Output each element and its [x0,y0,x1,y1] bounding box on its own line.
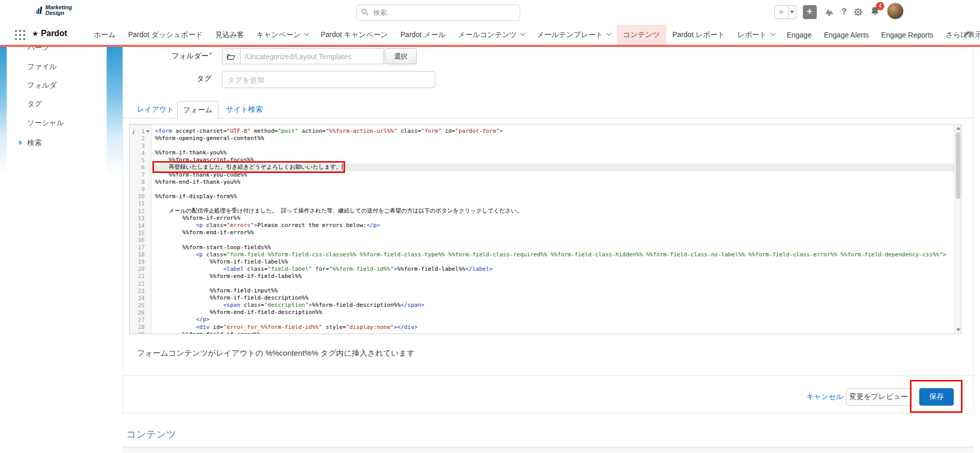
save-button[interactable]: 保存 [919,388,954,406]
nav-tab-engage-reports[interactable]: Engage Reports [875,25,939,45]
search-input[interactable] [356,5,520,21]
nav-tab-reports[interactable]: レポート [731,25,781,45]
code-line[interactable]: </p> [152,316,954,323]
sidebar-item-tags[interactable]: タグ [27,99,42,109]
code-line[interactable]: %%form-field-if-error%% [152,331,954,334]
editor-tabs: レイアウト フォーム サイト検索 [123,101,973,118]
notifications-control[interactable]: 4 [870,6,880,19]
gutter-line-number: 22 [130,280,151,287]
form-content-note: フォームコンテンツがレイアウトの %%content%% タグ内に挿入されていま… [137,349,415,358]
logo-text: Marketing Design [45,5,72,16]
company-logo: Marketing Design [36,5,72,16]
search-icon [361,8,369,16]
sidebar-item-files[interactable]: ファイル [27,62,57,72]
favorites-control[interactable]: ★ [775,5,796,19]
setup-gear-icon[interactable] [853,7,863,17]
code-line[interactable]: %%form-end-if-thank-you%% [152,179,954,186]
nav-tab-more[interactable]: さらに表示 [939,25,980,45]
editor-info-icon: i [132,129,134,135]
guidance-center-icon[interactable] [823,7,835,17]
cancel-link[interactable]: キャンセル [806,392,844,402]
code-line[interactable]: <label class="field-label" for="%%form-f… [152,266,954,273]
code-line[interactable]: %%form-javascript-focus%% [152,156,954,164]
code-line[interactable] [152,142,954,149]
nav-tab-pardot-dashboard[interactable]: Pardot ダッシュボード [122,25,209,45]
global-actions-icon[interactable]: + [803,5,817,19]
editor-scrollbar[interactable] [954,125,961,334]
sidebar-item-folders[interactable]: フォルダ [27,81,57,90]
edit-nav-pencil-icon[interactable] [962,30,971,38]
tab-form-active[interactable]: フォーム [177,101,218,119]
code-line[interactable]: 再登録いたしました。引き続きどうぞよろしくお願いいたします。 [152,164,954,171]
help-icon[interactable]: ? [841,7,847,17]
nav-tab-content-active[interactable]: コンテンツ [617,25,666,45]
code-line[interactable]: %%form-end-if-error%% [152,229,954,236]
scrollbar-thumb[interactable] [956,132,960,199]
favorite-star-icon[interactable]: ★ [775,6,788,19]
code-line[interactable]: %%form-end-if-field-label%% [152,273,954,280]
content-sidebar: パーツ ファイル フォルダ タグ ソーシャル 検索 [7,47,107,453]
code-line[interactable]: %%form-thank-you-code%% [152,171,954,179]
code-line[interactable]: <div id="error_for_%%form-field-id%%" st… [152,324,954,331]
folder-picker-button[interactable] [222,48,240,64]
favorites-dropdown-icon[interactable] [788,6,796,19]
code-line[interactable] [152,200,954,207]
code-line[interactable]: <span class="description">%%form-field-d… [152,302,954,309]
gutter-line-number: 29 [130,331,151,334]
code-line[interactable]: %%form-end-if-field-description%% [152,309,954,316]
fold-arrow-icon[interactable] [146,130,150,133]
folder-path-input[interactable] [240,48,384,64]
scroll-up-arrow-icon[interactable] [956,127,960,130]
notification-count-badge: 4 [876,2,884,10]
code-line[interactable]: メールの配信停止処理を受け付けました。 誤って操作された等、継続しての送付をご希… [152,207,954,215]
nav-tab-email-content[interactable]: メールコンテンツ [452,25,530,45]
sidebar-item-search[interactable]: 検索 [27,138,42,148]
code-line[interactable]: %%form-if-field-label%% [152,258,954,266]
code-line[interactable]: %%form-opening-general-content%% [152,135,954,142]
gutter-line-number: 9 [130,186,151,193]
folder-icon [227,53,236,60]
tab-layout[interactable]: レイアウト [137,105,174,114]
nav-brand-underline [0,45,980,47]
tag-input[interactable] [222,71,435,88]
gutter-line-number: 17 [130,244,151,251]
code-line[interactable] [152,186,954,193]
nav-tab-engage-alerts[interactable]: Engage Alerts [818,25,875,45]
sidebar-item-clipped[interactable]: パーツ [27,47,49,53]
nav-tab-pardot-campaigns[interactable]: Pardot キャンペーン [315,25,394,45]
gutter-line-number: 18 [130,251,151,258]
nav-tab-email-templates[interactable]: メールテンプレート [531,25,617,45]
preview-changes-button[interactable]: 変更をプレビュー [846,388,911,406]
folder-select-button[interactable]: 選択 [385,48,417,64]
user-avatar[interactable] [887,3,904,20]
footer-divider [123,375,973,376]
nav-tab-prospects[interactable]: 見込み客 [209,25,250,45]
nav-tab-pardot-reports[interactable]: Pardot レポート [666,25,731,45]
gutter-line-number: 4 [130,149,151,156]
nav-tab-campaigns[interactable]: キャンペーン [250,25,315,45]
code-line[interactable]: <p class="form-field %%form-field-css-cl… [152,251,954,258]
code-line[interactable]: %%form-start-loop-fields%% [152,244,954,251]
required-asterisk: * [210,51,212,58]
nav-tab-pardot-email[interactable]: Pardot メール [394,25,452,45]
code-line[interactable]: %%form-if-display-form%% [152,193,954,200]
nav-tab-engage[interactable]: Engage [781,25,818,45]
app-name[interactable]: ★ Pardot [32,29,67,38]
gutter-line-number: 6 [130,164,151,171]
nav-tab-home[interactable]: ホーム [88,25,122,45]
app-launcher-icon[interactable] [14,29,26,41]
editor-code-area[interactable]: <form accept-charset="UTF-8" method="pos… [152,125,954,334]
code-line[interactable]: %%form-if-field-description%% [152,294,954,302]
code-line[interactable] [152,280,954,287]
code-line[interactable]: <form accept-charset="UTF-8" method="pos… [152,128,954,135]
sidebar-item-social[interactable]: ソーシャル [27,118,64,128]
code-line[interactable]: %%form-if-thank-you%% [152,149,954,156]
code-editor[interactable]: i 12345678910111213141516171819202122232… [129,124,961,334]
app-star-icon: ★ [32,29,39,38]
code-line[interactable]: %%form-field-input%% [152,287,954,294]
code-line[interactable]: %%form-if-error%% [152,215,954,222]
code-line[interactable] [152,236,954,243]
code-line[interactable]: <p class="errors">Please correct the err… [152,222,954,229]
tab-site-search[interactable]: サイト検索 [226,105,263,114]
scroll-down-arrow-icon[interactable] [956,328,960,332]
